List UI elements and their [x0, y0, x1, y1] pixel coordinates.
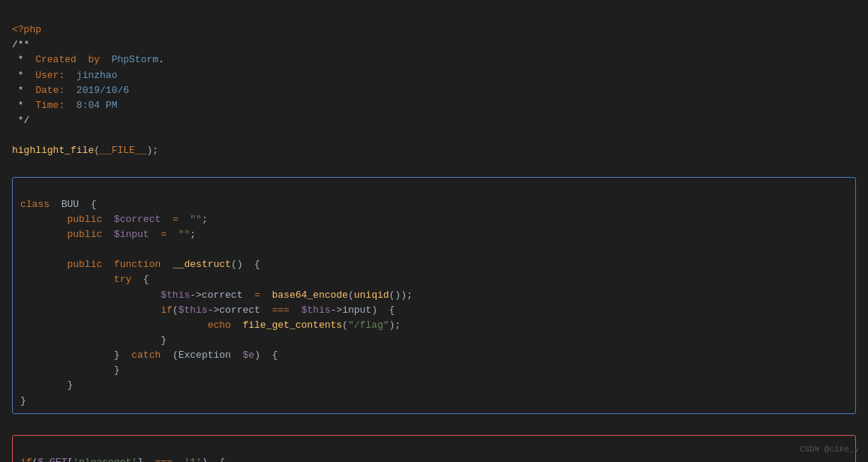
condition-block: if($_GET['pleaseget'] === '1') { if($_PO… [12, 435, 856, 462]
code-display: <?php /** * Created by PhpStorm. * User:… [12, 8, 856, 174]
php-open-tag: <?php [12, 24, 41, 35]
comment-block: /** * Created by PhpStorm. * User: jinzh… [12, 39, 164, 126]
highlight-file-call: highlight_file [12, 145, 94, 156]
spacer [12, 417, 856, 432]
class-block: class BUU { public $correct = ""; public… [12, 177, 856, 414]
watermark-text: CSDN @cike_y [800, 443, 859, 456]
